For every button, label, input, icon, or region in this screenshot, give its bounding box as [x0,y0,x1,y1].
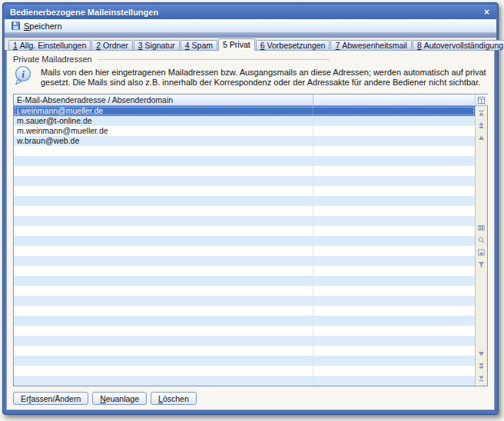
table-row[interactable] [14,276,475,286]
export-icon[interactable] [478,249,485,256]
empty-cell [313,186,475,196]
tab-autovervollstaendigung[interactable]: 8Autovervollständigung [413,40,504,50]
empty-cell [313,216,475,226]
empty-cell [313,326,475,336]
save-icon [11,21,21,31]
table-row[interactable] [14,296,475,306]
erfassen-aendern-button[interactable]: Erfassen/Ändern [13,392,88,405]
empty-cell [313,336,475,346]
table-row[interactable] [14,206,475,216]
table-row[interactable] [14,146,475,156]
table-row[interactable] [14,306,475,316]
table-side-lane [475,94,487,386]
titlebar: Bedienerbezogene Maileinstellungen × [5,5,496,19]
empty-cell [313,306,475,316]
email-cell [14,206,313,216]
info-line-2: gesetzt. Die Mails sind also z.B. innerh… [41,78,486,88]
save-button[interactable]: Speichern [8,20,65,31]
info-icon: i [13,65,33,87]
email-cell [14,326,313,336]
email-table: E-Mail-Absenderadresse / Absenderdomain … [13,94,488,386]
email-cell [14,176,313,186]
email-cell [14,156,313,166]
search-icon[interactable] [478,237,485,244]
columns-icon[interactable] [478,224,485,231]
table-row[interactable] [14,356,475,366]
page-up-icon[interactable] [478,122,485,129]
dialog-window: Bedienerbezogene Maileinstellungen × Spe… [2,2,499,415]
table-header-row: E-Mail-Absenderadresse / Absenderdomain [14,94,475,106]
empty-cell [313,156,475,166]
table-row[interactable] [14,336,475,346]
column-header-address[interactable]: E-Mail-Absenderadresse / Absenderdomain [14,94,313,105]
info-row: i Mails von den hier eingetragenen Maila… [13,65,488,91]
table-row[interactable] [14,376,475,386]
scroll-to-top-icon[interactable] [478,110,485,117]
table-row[interactable] [14,156,475,166]
tab-vorbesetzungen[interactable]: 6Vorbesetzungen [256,40,330,50]
table-row[interactable]: m.sauer@t-online.de [14,116,475,126]
neuanlage-button[interactable]: Neuanlage [92,392,147,405]
email-cell [14,236,313,246]
tab-privat[interactable]: 5Privat [218,38,255,51]
table-row[interactable] [14,286,475,296]
row-up-icon[interactable] [478,134,485,141]
table-row[interactable] [14,226,475,236]
tab-abwesenheitsmail[interactable]: 7Abwesenheitsmail [330,40,411,50]
row-down-icon[interactable] [478,350,485,357]
info-text: Mails von den hier eingetragenen Mailadr… [41,65,486,91]
table-row[interactable] [14,266,475,276]
toolbar: Speichern [5,19,496,33]
table-row[interactable]: m.weinmann@mueller.de [14,126,475,136]
empty-cell [313,136,475,146]
email-cell [14,226,313,236]
scroll-to-bottom-icon[interactable] [478,375,485,382]
grid-settings-button[interactable] [476,94,488,106]
empty-cell [313,266,475,276]
empty-cell [313,226,475,236]
tab-ordner[interactable]: 2Ordner [91,40,133,50]
email-cell [14,356,313,366]
table-row[interactable]: w.braun@web.de [14,136,475,146]
empty-cell [313,116,475,126]
tab-spam[interactable]: 4Spam [181,40,217,50]
table-row[interactable] [14,346,475,356]
tab-allg-einstellungen[interactable]: 1Allg. Einstellungen [8,40,91,50]
table-row[interactable] [14,316,475,326]
page-down-icon[interactable] [478,363,485,370]
email-cell [14,246,313,256]
table-row[interactable] [14,176,475,186]
empty-cell [313,206,475,216]
empty-cell [313,256,475,266]
tab-signatur[interactable]: 3Signatur [134,40,180,50]
email-cell [14,366,313,376]
email-cell [14,186,313,196]
table-row[interactable] [14,216,475,226]
column-header-empty[interactable] [313,94,475,105]
table-row[interactable] [14,196,475,206]
table-row[interactable] [14,246,475,256]
empty-cell [313,316,475,326]
tab-strip: 1Allg. Einstellungen 2Ordner 3Signatur 4… [5,38,496,50]
empty-cell [313,106,475,116]
empty-cell [313,126,475,136]
empty-cell [313,176,475,186]
email-cell [14,266,313,276]
table-row[interactable] [14,326,475,336]
table-row[interactable]: j.weinmann@mueller.de [14,106,475,116]
table-row[interactable] [14,166,475,176]
empty-cell [313,246,475,256]
tab-page-privat: Private Mailadressen i Mails von den hie… [6,50,495,410]
lane-bottom-group [478,346,485,386]
table-row[interactable] [14,366,475,376]
table-row[interactable] [14,186,475,196]
table-row[interactable] [14,256,475,266]
close-button[interactable]: × [482,7,491,18]
empty-cell [313,146,475,156]
group-label: Private Mailadressen [13,55,92,64]
loeschen-button[interactable]: Löschen [151,392,197,405]
empty-cell [313,166,475,176]
filter-icon[interactable] [478,261,485,268]
table-row[interactable] [14,236,475,246]
email-cell [14,146,313,156]
